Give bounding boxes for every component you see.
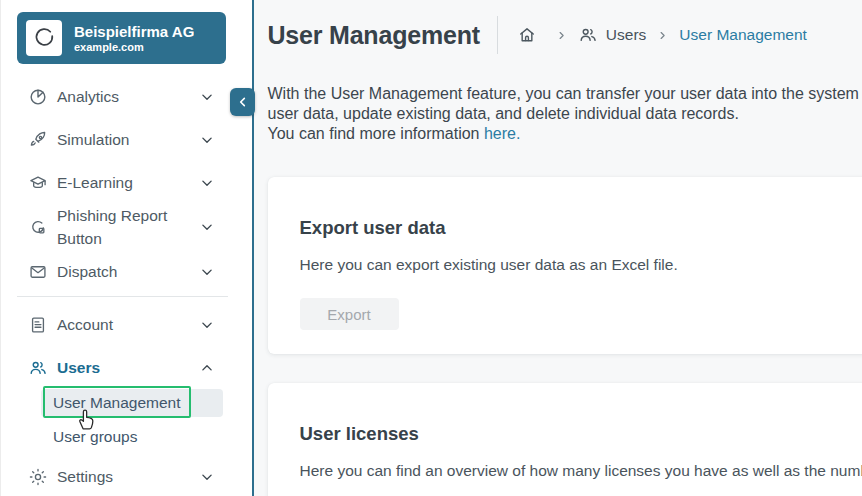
sidebar-item-account[interactable]: Account xyxy=(1,303,252,346)
sidebar-item-label: Users xyxy=(57,356,198,379)
sidebar-item-label: E-Learning xyxy=(57,171,198,194)
chevron-down-icon xyxy=(198,316,216,334)
chevron-right-icon xyxy=(656,29,669,42)
chevron-down-icon xyxy=(198,131,216,149)
intro-line-1: With the User Management feature, you ca… xyxy=(268,84,862,104)
sidebar-nav: Analytics Simulation xyxy=(1,75,252,496)
intro-line-3: You can find more information here. xyxy=(268,124,862,144)
breadcrumb: Users User Management xyxy=(517,25,807,45)
sidebar-item-settings[interactable]: Settings xyxy=(1,455,252,496)
sidebar-item-phishing-report-button[interactable]: Phishing Report Button xyxy=(1,204,252,250)
sidebar-item-analytics[interactable]: Analytics xyxy=(1,75,252,118)
sidebar-item-users[interactable]: Users xyxy=(1,346,252,389)
chevron-down-icon xyxy=(198,263,216,281)
breadcrumb-current: User Management xyxy=(679,26,807,44)
card-title: User licenses xyxy=(300,423,862,445)
intro-line-2: user data, update existing data, and del… xyxy=(268,104,862,124)
pie-chart-icon xyxy=(28,87,48,107)
export-user-data-card: Export user data Here you can export exi… xyxy=(268,177,862,354)
sidebar-item-label: Account xyxy=(57,313,198,336)
chevron-right-icon xyxy=(555,29,568,42)
chevron-up-icon xyxy=(198,359,216,377)
sidebar-item-user-groups[interactable]: User groups xyxy=(41,423,223,451)
sidebar-item-label: Settings xyxy=(57,465,198,488)
document-icon xyxy=(28,315,48,335)
org-name: Beispielfirma AG xyxy=(74,23,194,41)
sidebar: Beispielfirma AG example.com Analytics xyxy=(0,0,254,496)
rocket-icon xyxy=(28,130,48,150)
users-icon xyxy=(578,25,598,45)
export-button[interactable]: Export xyxy=(300,298,399,330)
sidebar-item-simulation[interactable]: Simulation xyxy=(1,118,252,161)
gear-icon xyxy=(28,467,48,487)
phishing-hook-icon xyxy=(28,218,48,238)
users-submenu: User Management User groups xyxy=(1,389,252,451)
sidebar-item-label: Simulation xyxy=(57,128,198,151)
chevron-down-icon xyxy=(198,174,216,192)
home-icon xyxy=(517,25,537,45)
sidebar-item-label: Analytics xyxy=(57,85,198,108)
sidebar-item-label: Phishing Report Button xyxy=(57,204,198,250)
graduation-cap-icon xyxy=(28,173,48,193)
sidebar-item-user-management[interactable]: User Management xyxy=(41,389,223,417)
page-header: User Management xyxy=(268,18,862,52)
sidebar-collapse-button[interactable] xyxy=(230,88,255,116)
intro-text: With the User Management feature, you ca… xyxy=(268,84,862,144)
org-logo-icon xyxy=(26,20,62,56)
sidebar-divider xyxy=(17,296,228,297)
org-text: Beispielfirma AG example.com xyxy=(74,23,194,54)
card-title: Export user data xyxy=(300,217,862,239)
chevron-down-icon xyxy=(198,88,216,106)
sub-item-label: User groups xyxy=(53,428,137,446)
more-information-link[interactable]: here. xyxy=(484,125,520,142)
sidebar-item-dispatch[interactable]: Dispatch xyxy=(1,250,252,293)
card-description: Here you can find an overview of how man… xyxy=(300,461,862,480)
sidebar-item-elearning[interactable]: E-Learning xyxy=(1,161,252,204)
main-content: User Management xyxy=(257,0,862,496)
page-title: User Management xyxy=(268,21,480,50)
breadcrumb-label: Users xyxy=(606,26,646,44)
header-divider xyxy=(497,16,498,54)
sidebar-item-label: Dispatch xyxy=(57,260,198,283)
sub-item-label: User Management xyxy=(53,394,181,412)
users-icon xyxy=(28,358,48,378)
envelope-icon xyxy=(28,262,48,282)
org-domain: example.com xyxy=(74,41,194,54)
user-licenses-card: User licenses Here you can find an overv… xyxy=(268,383,862,496)
chevron-down-icon xyxy=(198,218,216,236)
organization-card[interactable]: Beispielfirma AG example.com xyxy=(17,12,226,64)
card-description: Here you can export existing user data a… xyxy=(300,255,862,274)
breadcrumb-users[interactable]: Users xyxy=(578,25,646,45)
intro-line-3-text: You can find more information xyxy=(268,125,480,142)
chevron-down-icon xyxy=(198,468,216,486)
breadcrumb-home[interactable] xyxy=(517,25,545,45)
